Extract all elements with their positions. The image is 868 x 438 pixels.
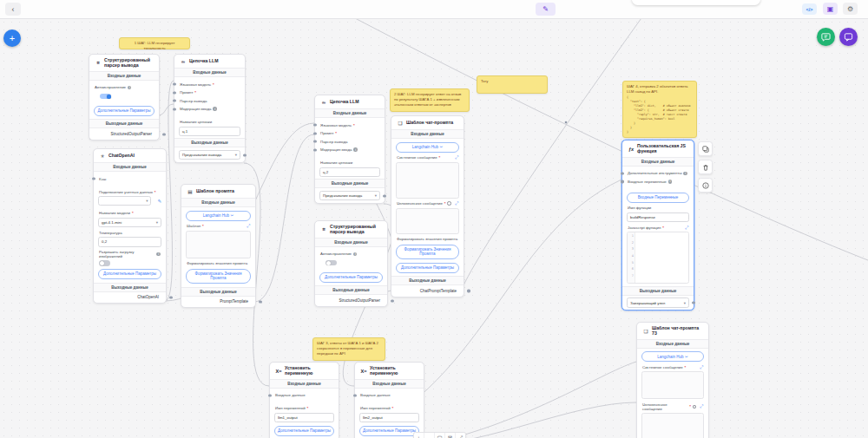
chat-popup-button[interactable]	[839, 28, 858, 46]
input-handle[interactable]	[173, 91, 175, 94]
expand-icon[interactable]: ⤢	[685, 226, 688, 230]
expand-icon[interactable]: ⤢	[455, 155, 458, 160]
node-chat-prompt-template-2[interactable]: ❑Шаблон чат-промпта 73 Входные данные La…	[636, 322, 709, 438]
interactivity-button[interactable]: ⤢	[456, 433, 465, 438]
input-handle[interactable]	[268, 394, 271, 396]
add-node-button[interactable]: +	[3, 29, 21, 47]
gear-icon[interactable]	[447, 201, 451, 206]
sticky-note-small[interactable]: Тогу	[477, 75, 548, 94]
input-variables-button[interactable]: Входные Переменные	[627, 193, 689, 203]
zoom-in-button[interactable]: +	[414, 433, 424, 438]
chat-bubble-icon	[844, 32, 853, 42]
fit-view-button[interactable]: ▢	[435, 433, 445, 438]
sticky-note-step2[interactable]: 2 ШАГ: LLM генерирует ответ на отзыв по …	[390, 88, 470, 112]
flow-canvas[interactable]: 1 ШАГ: LLM генерирует тональность 2 ШАГ:…	[0, 18, 868, 438]
input-handle[interactable]	[313, 148, 316, 151]
edit-flow-button[interactable]: ✎	[536, 3, 556, 16]
output-select[interactable]: Завершающий узел▾	[627, 297, 689, 307]
function-name-input[interactable]: buildResponse	[627, 212, 689, 222]
additional-params-button[interactable]: Дополнительные Параметры	[396, 263, 459, 273]
human-message-textarea[interactable]	[396, 208, 459, 234]
node-info-button[interactable]	[698, 178, 713, 193]
js-code-editor[interactable]: 1 2 3 4 5 6 7	[627, 232, 689, 284]
node-llm-chain-2[interactable]: ∞Цепочка LLM Входные данные Языковая мод…	[314, 95, 385, 204]
chevron-down-icon: ▾	[235, 153, 237, 157]
additional-params-button[interactable]: Дополнительные Параметры	[274, 426, 334, 436]
sticky-note-step3[interactable]: ШАГ 3, ответы от ШАГА 1 и ШАГА 2 сохраня…	[312, 337, 385, 361]
edit-credential-icon[interactable]: ✎	[157, 199, 161, 204]
node-structured-parser-1[interactable]: ⌗Структурированный парсер вывода Входные…	[89, 54, 160, 141]
expand-icon[interactable]: ⤢	[455, 201, 458, 206]
human-message-textarea[interactable]	[641, 413, 704, 438]
node-prompt-template[interactable]: ▤Шаблон промпта Входные данные Langchain…	[181, 184, 256, 308]
info-circle-icon	[702, 182, 709, 189]
input-handle[interactable]	[313, 123, 316, 126]
node-title: Шаблон чат-промпта 73	[652, 326, 703, 337]
node-set-variable-2[interactable]: X=Установить переменную Входные данные В…	[354, 362, 424, 438]
zoom-out-button[interactable]: −	[424, 433, 435, 438]
inputs-header: Входные данные	[89, 71, 159, 81]
node-llm-chain-1[interactable]: ∞Цепочка LLM Входные данные Языковая мод…	[174, 54, 246, 163]
image-upload-toggle[interactable]	[99, 260, 110, 266]
chevron-down-icon: ▾	[375, 193, 377, 198]
api-chat-button[interactable]	[817, 28, 835, 46]
edge	[423, 362, 636, 438]
node-custom-js-function[interactable]: ƒxПользовательская JS функция Входные да…	[621, 140, 694, 311]
input-handle[interactable]	[313, 140, 316, 142]
variable-name-input[interactable]: llm2_output	[359, 413, 419, 422]
input-handle[interactable]	[173, 82, 175, 85]
input-handle[interactable]	[353, 394, 356, 396]
system-message-textarea[interactable]	[641, 371, 704, 399]
input-handle[interactable]	[173, 108, 175, 110]
flow-editor: 1 ШАГ: LLM генерирует тональность 2 ШАГ:…	[0, 0, 868, 438]
delete-node-button[interactable]	[698, 160, 713, 174]
langchain-hub-button[interactable]: Langchain Hub ✂	[396, 142, 459, 153]
autofix-toggle[interactable]	[100, 94, 111, 100]
expand-icon[interactable]: ⤢	[700, 404, 703, 409]
duplicate-node-button[interactable]	[698, 141, 713, 156]
format-values-button[interactable]: Форматировать Значения Промпта	[396, 245, 459, 260]
info-icon: i	[213, 107, 217, 111]
chain-name-input[interactable]: ц.2	[319, 167, 380, 177]
template-icon: ▣	[827, 5, 834, 13]
view-code-button[interactable]: </>	[802, 3, 817, 15]
back-button[interactable]: ‹	[5, 3, 21, 16]
output-select[interactable]: Предсказание вывода▾	[179, 150, 240, 160]
node-set-variable-1[interactable]: X=Установить переменную Входные данные В…	[269, 362, 339, 438]
model-select[interactable]: gpt-4.1-mini▾	[98, 218, 161, 227]
additional-params-button[interactable]: Дополнительные Параметры	[94, 106, 155, 116]
input-handle[interactable]	[92, 177, 95, 180]
input-handle[interactable]	[313, 132, 316, 134]
node-structured-parser-2[interactable]: ⌗Структурированный парсер вывода Входные…	[314, 220, 388, 307]
additional-params-button[interactable]: Дополнительные Параметры	[359, 426, 419, 436]
expand-icon[interactable]: ⤢	[247, 224, 250, 228]
settings-button[interactable]: ⚙	[843, 3, 858, 15]
expand-icon[interactable]: ⤢	[700, 365, 703, 369]
variable-name-input[interactable]: llm1_output	[274, 413, 334, 422]
input-handle[interactable]	[621, 180, 623, 183]
node-chat-prompt-template-1[interactable]: ❑Шаблон чат-промпта Входные данные Langc…	[391, 115, 464, 297]
chain-name-input[interactable]: ц.1	[179, 127, 240, 136]
autofix-toggle[interactable]	[326, 260, 337, 266]
lock-button[interactable]: ⊠	[445, 433, 456, 438]
sticky-note-step1[interactable]: 1 ШАГ: LLM генерирует тональность	[119, 37, 190, 49]
system-message-textarea[interactable]	[396, 162, 459, 199]
parser-icon: ⌗	[95, 60, 102, 67]
additional-params-button[interactable]: Дополнительные Параметры	[98, 269, 161, 279]
additional-params-button[interactable]: Дополнительные Параметры	[319, 272, 383, 283]
langchain-hub-button[interactable]: Langchain Hub ✂	[186, 211, 251, 221]
template-textarea[interactable]	[186, 231, 251, 258]
chevron-down-icon: ▾	[156, 220, 158, 225]
gear-icon[interactable]	[693, 405, 697, 409]
langchain-hub-button[interactable]: Langchain Hub ✂	[641, 351, 704, 362]
save-template-button[interactable]: ▣	[823, 3, 838, 15]
format-values-button[interactable]: Форматировать Значения Промпта	[186, 269, 251, 284]
input-handle[interactable]	[621, 172, 623, 174]
input-handle[interactable]	[173, 99, 175, 101]
output-select[interactable]: Предсказание вывода▾	[319, 191, 380, 200]
node-chatopenai[interactable]: ✳ChatOpenAI Входные данные Кэш Подключен…	[93, 148, 167, 304]
credential-select[interactable]: ▾	[98, 196, 151, 206]
temperature-input[interactable]: 0,2	[98, 237, 161, 246]
chain-icon: ∞	[320, 99, 327, 106]
sticky-note-step4[interactable]: ШАГ 4, отправка 2 объектов ответа LLM на…	[622, 81, 697, 138]
